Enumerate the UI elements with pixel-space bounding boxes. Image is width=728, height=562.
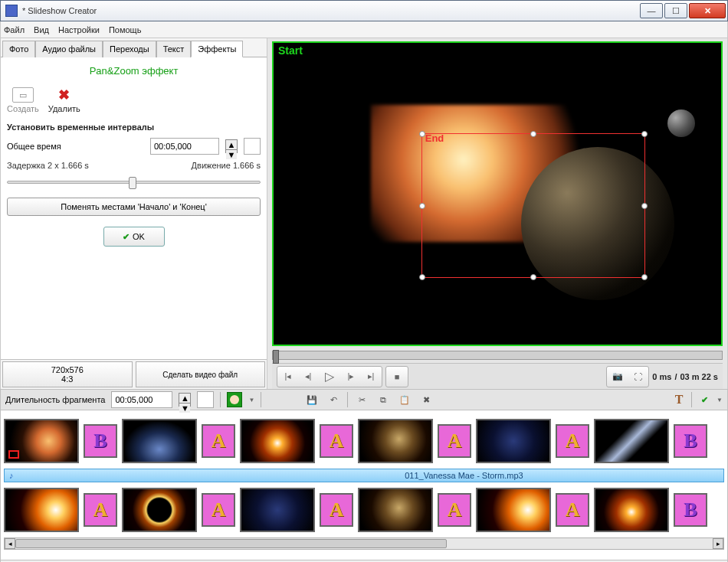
timeline-row[interactable]: A A A A A B (4, 484, 724, 536)
transition-item[interactable]: A (556, 493, 589, 527)
timeline-clip[interactable] (476, 488, 551, 532)
copy-button[interactable]: ⧉ (375, 392, 391, 407)
save-button[interactable]: 💾 (304, 392, 320, 407)
swap-start-end-button[interactable]: Поменять местами 'Начало' и 'Конец' (7, 198, 261, 216)
tab-audio[interactable]: Аудио файлы (35, 41, 103, 57)
maximize-button[interactable]: ☐ (664, 3, 687, 18)
total-time-spinner[interactable]: ▲▼ (225, 139, 238, 153)
duration-lock-toggle[interactable] (197, 391, 214, 408)
music-note-icon: ♪ (9, 471, 14, 480)
scroll-left-button[interactable]: ◂ (5, 538, 15, 549)
transition-item[interactable]: A (202, 493, 235, 527)
tab-text[interactable]: Текст (156, 41, 192, 57)
timeline-clip[interactable] (4, 419, 79, 463)
timeline-clip[interactable] (594, 419, 669, 463)
cut-button[interactable]: ✂ (354, 392, 369, 407)
lock-toggle[interactable] (244, 138, 261, 155)
transition-item[interactable]: A (438, 424, 471, 458)
total-time-input[interactable]: 00:05,000 (150, 138, 219, 155)
menu-settings[interactable]: Настройки (58, 25, 100, 34)
timeline-clip[interactable] (240, 419, 315, 463)
timeline-clip[interactable] (240, 488, 315, 532)
timeline-clip[interactable] (122, 419, 197, 463)
delete-button[interactable]: ✖ (418, 392, 434, 407)
minimize-button[interactable]: — (640, 3, 663, 18)
resize-handle[interactable] (530, 131, 536, 137)
create-label: Создать (7, 104, 39, 113)
scroll-right-button[interactable]: ▸ (713, 538, 723, 549)
resize-handle[interactable] (419, 203, 425, 209)
transition-item[interactable]: A (84, 493, 117, 527)
resize-handle[interactable] (641, 131, 648, 137)
fragment-duration-input[interactable]: 00:05,000 (111, 391, 172, 408)
left-panel: Фото Аудио файлы Переходы Текст Эффекты … (1, 38, 267, 389)
dropdown-arrow-icon[interactable]: ▼ (717, 397, 723, 404)
ok-button[interactable]: OK (103, 227, 165, 247)
transition-item[interactable]: A (438, 493, 471, 527)
fullscreen-button[interactable]: ⛶ (628, 368, 647, 385)
delete-effect-button[interactable]: ✖ Удалить (48, 87, 80, 113)
close-button[interactable]: ✕ (689, 3, 726, 18)
make-video-button[interactable]: Сделать видео файл (136, 361, 266, 387)
dropdown-arrow-icon[interactable]: ▼ (248, 397, 254, 404)
timeline-clip[interactable] (476, 419, 551, 463)
resize-handle[interactable] (530, 274, 536, 280)
resolution-value: 720x576 (51, 365, 84, 374)
menu-view[interactable]: Вид (34, 25, 49, 34)
face-effect-button[interactable] (227, 392, 242, 407)
transition-item[interactable]: A (202, 424, 235, 458)
resize-handle[interactable] (419, 274, 425, 280)
timeline: B A A A A B ♪ 011_Vanessa Mae - Storm.mp… (0, 410, 728, 560)
resize-handle[interactable] (641, 203, 648, 209)
timing-slider[interactable] (7, 181, 261, 184)
go-end-button[interactable]: ▸| (362, 368, 380, 385)
preview-frame[interactable]: Start End (272, 41, 723, 346)
audio-track[interactable]: ♪ 011_Vanessa Mae - Storm.mp3 (4, 469, 724, 482)
timeline-clip[interactable] (358, 488, 433, 532)
prev-frame-button[interactable]: ◂| (299, 368, 317, 385)
slider-thumb[interactable] (129, 177, 136, 189)
timeline-clip[interactable] (4, 488, 79, 532)
play-button[interactable]: ▷ (319, 368, 340, 385)
timeline-clip[interactable] (122, 488, 197, 532)
transition-item[interactable]: A (320, 493, 353, 527)
tab-photo[interactable]: Фото (2, 41, 35, 57)
transition-item[interactable]: A (556, 424, 589, 458)
transition-item[interactable]: B (674, 493, 707, 527)
timeline-toolbar: Длительность фрагмента 00:05,000 ▲▼ ▼ 💾 … (0, 389, 728, 410)
text-tool-button[interactable]: T (671, 392, 687, 407)
undo-button[interactable]: ↶ (326, 392, 341, 407)
timeline-h-scrollbar[interactable]: ◂ ▸ (4, 537, 724, 550)
end-region[interactable]: End (421, 133, 645, 278)
menu-file[interactable]: Файл (4, 25, 25, 34)
go-start-button[interactable]: |◂ (279, 368, 297, 385)
paste-button[interactable]: 📋 (397, 392, 412, 407)
transition-item[interactable]: B (674, 424, 707, 458)
preview-seekbar[interactable] (272, 351, 723, 360)
timeline-clip[interactable] (358, 419, 433, 463)
resize-handle[interactable] (419, 131, 425, 137)
resize-handle[interactable] (641, 274, 648, 280)
audio-filename: 011_Vanessa Mae - Storm.mp3 (405, 471, 523, 480)
tab-effects[interactable]: Эффекты (191, 41, 243, 57)
scrollbar-thumb[interactable] (15, 539, 447, 548)
stop-button[interactable]: ■ (388, 368, 406, 385)
apply-button[interactable]: ✔ (697, 392, 712, 407)
create-effect-button[interactable]: ▭ Создать (7, 87, 39, 113)
menu-help[interactable]: Помощь (109, 25, 142, 34)
time-position: 0 ms (652, 372, 671, 381)
fragment-duration-spinner[interactable]: ▲▼ (179, 393, 191, 407)
timeline-clip[interactable] (594, 488, 669, 532)
resolution-button[interactable]: 720x576 4:3 (2, 361, 133, 387)
menu-bar: Файл Вид Настройки Помощь (0, 21, 728, 38)
preview-pane: Start End |◂ ◂| ▷ |▸ ▸| (267, 38, 727, 389)
app-icon (5, 5, 18, 17)
tab-transitions[interactable]: Переходы (103, 41, 156, 57)
timeline-row[interactable]: B A A A A B (4, 415, 724, 467)
transition-item[interactable]: B (84, 424, 117, 458)
snapshot-button[interactable]: 📷 (608, 368, 627, 385)
preview-controls: |◂ ◂| ▷ |▸ ▸| ■ 📷 ⛶ 0 ms / 03 m 22 s (272, 363, 723, 389)
next-frame-button[interactable]: |▸ (342, 368, 360, 385)
delete-x-icon: ✖ (54, 87, 75, 103)
transition-item[interactable]: A (320, 424, 353, 458)
